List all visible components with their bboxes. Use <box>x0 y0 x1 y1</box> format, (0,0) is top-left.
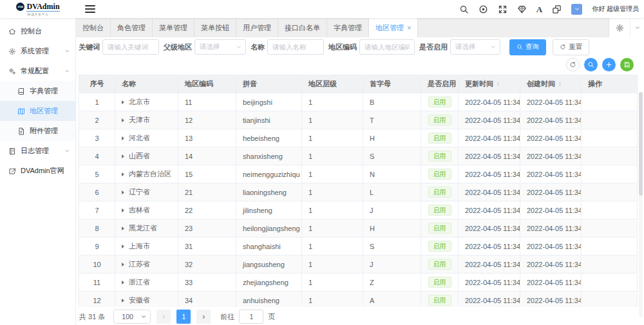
cell-actions <box>582 183 638 201</box>
expand-arrow-icon[interactable] <box>122 154 124 158</box>
page-size-select[interactable]: 100 <box>113 310 151 324</box>
expand-arrow-icon[interactable] <box>122 190 124 194</box>
language-icon[interactable] <box>552 5 562 14</box>
export-circle-button[interactable] <box>620 58 634 71</box>
query-button[interactable]: 查询 <box>509 39 546 55</box>
gears-icon <box>8 68 16 75</box>
cell-pinyin: heilongjiangsheng <box>236 219 302 237</box>
table-row: 3河北省13hebeisheng1H启用2022-04-05 11:34:562… <box>79 129 638 147</box>
cell-created: 2022-04-05 11:34:56 <box>520 201 582 219</box>
gear-icon <box>8 48 16 55</box>
goto-page-input[interactable] <box>239 310 263 324</box>
sidebar-item-常规配置[interactable]: 常规配置 <box>0 61 75 81</box>
cell-level: 1 <box>302 165 363 183</box>
sidebar-collapse-icon[interactable] <box>85 5 95 13</box>
expand-arrow-icon[interactable] <box>122 118 124 122</box>
cell-enabled: 启用 <box>421 219 459 237</box>
tabs-settings-gear-icon[interactable] <box>609 18 630 37</box>
search-icon[interactable] <box>459 5 469 14</box>
cell-created: 2022-04-05 11:34:56 <box>520 147 582 165</box>
cell-initial: S <box>363 147 421 165</box>
cell-level: 1 <box>302 111 363 129</box>
chevron-down-icon <box>64 148 70 154</box>
cell-actions <box>582 129 638 147</box>
keyword-input[interactable] <box>102 39 159 55</box>
tab-接口白名单[interactable]: 接口白名单 <box>278 18 327 37</box>
table-scrollbar[interactable] <box>639 92 643 317</box>
cell-region-code: 34 <box>178 292 236 308</box>
sidebar-item-附件管理[interactable]: 附件管理 <box>0 121 75 141</box>
scrollbar-thumb[interactable] <box>639 92 643 196</box>
goto-label: 前往 <box>220 312 234 322</box>
logo[interactable]: DVA DVAdmin 快速开发平台 <box>0 0 76 18</box>
sort-caret-icon[interactable] <box>495 80 501 88</box>
search-circle-button[interactable] <box>584 58 598 71</box>
sidebar-item-label: 系统管理 <box>21 46 49 56</box>
tab-label: 接口白名单 <box>285 23 320 33</box>
expand-arrow-icon[interactable] <box>122 100 124 104</box>
reset-button[interactable]: 重置 <box>553 39 589 55</box>
sidebar-item-日志管理[interactable]: 日志管理 <box>0 141 75 161</box>
cell-created: 2022-04-05 11:34:56 <box>520 165 582 183</box>
sidebar-item-系统管理[interactable]: 系统管理 <box>0 41 75 61</box>
name-input[interactable] <box>267 39 324 55</box>
expand-arrow-icon[interactable] <box>122 172 124 176</box>
fullscreen-icon[interactable] <box>498 5 507 14</box>
tab-label: 地区管理 <box>375 23 404 33</box>
tab-用户管理[interactable]: 用户管理 <box>236 18 278 37</box>
font-size-icon[interactable]: A <box>536 5 542 14</box>
cell-initial: J <box>363 255 421 274</box>
locate-icon[interactable] <box>478 5 488 14</box>
logo-name: DVAdmin <box>26 3 59 12</box>
theme-gem-icon[interactable] <box>517 5 527 14</box>
tab-角色管理[interactable]: 角色管理 <box>111 18 153 37</box>
cell-region-code: 15 <box>178 165 236 183</box>
column-header-创建时间[interactable]: 创建时间 <box>520 75 582 93</box>
expand-arrow-icon[interactable] <box>122 299 124 302</box>
cell-region-code: 22 <box>178 201 236 219</box>
prev-page-button[interactable]: ‹ <box>156 310 171 324</box>
expand-arrow-icon[interactable] <box>122 227 124 230</box>
tabs-dropdown-chevron-icon[interactable] <box>630 18 644 37</box>
filter-label: 关键词 <box>79 42 100 52</box>
cell-actions <box>582 93 638 111</box>
expand-arrow-icon[interactable] <box>122 209 124 212</box>
enabled-badge: 启用 <box>428 277 451 288</box>
add-circle-button[interactable] <box>602 58 616 71</box>
column-header-更新时间[interactable]: 更新时间 <box>459 75 520 93</box>
sort-caret-icon[interactable] <box>557 80 563 88</box>
sidebar-item-地区管理[interactable]: 地区管理 <box>0 101 75 121</box>
table-row: 7吉林省22jilinsheng1J启用2022-04-05 11:34:562… <box>79 201 638 219</box>
region-code-input[interactable] <box>359 39 415 55</box>
tab-地区管理[interactable]: 地区管理× <box>369 18 418 37</box>
expand-arrow-icon[interactable] <box>122 263 124 266</box>
cell-region-code: 12 <box>178 111 236 129</box>
enabled-badge: 启用 <box>428 133 451 144</box>
enabled-select[interactable]: 请选择 <box>450 39 500 55</box>
sidebar-item-字典管理[interactable]: 字典管理 <box>0 81 75 101</box>
tab-菜单管理[interactable]: 菜单管理 <box>153 18 194 37</box>
cell-initial: A <box>363 292 421 308</box>
filter-label: 是否启用 <box>419 42 448 52</box>
tab-控制台[interactable]: 控制台 <box>76 18 111 37</box>
log-icon <box>8 147 16 155</box>
sidebar-item-DVAdmin官网[interactable]: DVAdmin官网 <box>0 161 75 181</box>
tab-字典管理[interactable]: 字典管理 <box>327 18 369 37</box>
cell-enabled: 启用 <box>421 255 459 274</box>
expand-arrow-icon[interactable] <box>122 136 124 140</box>
cell-actions <box>582 255 638 274</box>
sidebar-item-label: 控制台 <box>21 26 42 36</box>
tab-菜单按钮[interactable]: 菜单按钮 <box>194 18 236 37</box>
current-page-button[interactable]: 1 <box>176 310 191 324</box>
refresh-circle-button[interactable] <box>566 58 580 71</box>
tab-close-icon[interactable]: × <box>407 24 411 31</box>
user-avatar[interactable] <box>571 4 582 15</box>
cell-actions <box>582 165 638 183</box>
parent-region-select[interactable]: 请选择 <box>194 39 246 55</box>
sidebar-item-控制台[interactable]: 控制台 <box>0 21 75 41</box>
cell-name: 辽宁省 <box>115 183 178 201</box>
expand-arrow-icon[interactable] <box>122 245 124 248</box>
next-page-button[interactable]: › <box>196 310 211 324</box>
cell-actions <box>582 147 638 165</box>
expand-arrow-icon[interactable] <box>122 281 124 284</box>
